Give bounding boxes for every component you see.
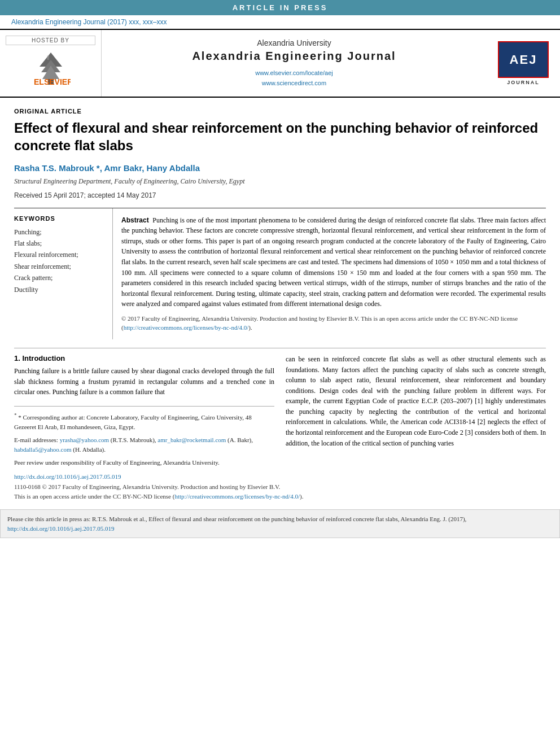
svg-text:ELSEVIER: ELSEVIER <box>34 77 71 86</box>
header-left: HOSTED BY ELSEVIER <box>0 30 102 97</box>
header-section: HOSTED BY ELSEVIER Alexandria University… <box>0 29 560 98</box>
abstract-body: Punching is one of the most important ph… <box>121 216 546 308</box>
keyword-item: Ductility <box>14 284 107 295</box>
abstract-copyright-link[interactable]: http://creativecommons.org/licenses/by-n… <box>124 324 249 331</box>
keyword-item: Flat slabs; <box>14 238 107 249</box>
journal-link-bar: Alexandria Engineering Journal (2017) xx… <box>0 15 560 29</box>
email2-name: (A. Bakr), <box>228 436 253 443</box>
email1-link[interactable]: yrasha@yahoo.com <box>60 436 109 443</box>
citation-link[interactable]: http://dx.doi.org/10.1016/j.aej.2017.05.… <box>7 525 115 532</box>
header-right: AEJ JOURNAL <box>487 30 560 97</box>
article-title: Effect of flexural and shear reinforceme… <box>14 119 546 154</box>
footnote-area: * * Corresponding author at: Concrete La… <box>14 406 274 468</box>
aej-letters: AEJ <box>510 53 537 67</box>
email3-link[interactable]: habdalla5@yahoo.com <box>14 446 71 453</box>
keyword-item: Shear reinforcement; <box>14 261 107 272</box>
copyright-line2: This is an open access article under the… <box>14 492 546 501</box>
received-line: Received 15 April 2017; accepted 14 May … <box>14 191 546 199</box>
email1-name: (R.T.S. Mabrouk), <box>111 436 156 443</box>
journal-title: Alexandria Engineering Journal <box>192 50 396 63</box>
hosted-by-label: HOSTED BY <box>6 36 95 45</box>
keyword-item: Crack pattern; <box>14 272 107 283</box>
keywords-list: Punching; Flat slabs; Flexural reinforce… <box>14 226 107 295</box>
doi-line: http://dx.doi.org/10.1016/j.aej.2017.05.… <box>14 473 546 480</box>
journal-url2[interactable]: www.sciencedirect.com <box>255 78 333 89</box>
copyright-bottom: 1110-0168 © 2017 Faculty of Engineering,… <box>14 482 546 501</box>
email3-name: (H. Abdalla). <box>73 446 106 453</box>
content-area: ORIGINAL ARTICLE Effect of flexural and … <box>0 98 560 509</box>
svg-rect-4 <box>47 55 49 60</box>
elsevier-logo: ELSEVIER <box>31 50 71 86</box>
elsevier-tree-icon: ELSEVIER <box>31 50 71 86</box>
abstract-keywords-section: KEYWORDS Punching; Flat slabs; Flexural … <box>14 208 546 339</box>
keyword-item: Flexural reinforcement; <box>14 249 107 260</box>
university-name: Alexandria University <box>257 38 331 47</box>
abstract-label: Abstract <box>121 216 149 224</box>
copyright-link[interactable]: http://creativecommons.org/licenses/by-n… <box>174 493 300 500</box>
abstract-text: Abstract Punching is one of the most imp… <box>121 215 546 309</box>
introduction-heading: 1. Introduction <box>14 354 274 362</box>
aej-logo: AEJ <box>498 41 549 78</box>
abstract-col: Abstract Punching is one of the most imp… <box>113 208 546 339</box>
body-col-left: 1. Introduction Punching failure is a br… <box>14 354 274 468</box>
footnote-email: E-mail addresses: yrasha@yahoo.com (R.T.… <box>14 435 274 455</box>
journal-link[interactable]: Alexandria Engineering Journal (2017) xx… <box>11 18 167 26</box>
footnote-corresponding: * * Corresponding author at: Concrete La… <box>14 411 274 433</box>
aej-journal-text: JOURNAL <box>498 80 549 85</box>
body-col-right: can be seen in reinforced concrete flat … <box>286 354 546 468</box>
citation-bar: Please cite this article in press as: R.… <box>0 509 560 538</box>
keyword-item: Punching; <box>14 226 107 238</box>
section-divider <box>14 348 546 348</box>
copyright-line1: 1110-0168 © 2017 Faculty of Engineering,… <box>14 482 546 492</box>
email2-link[interactable]: amr_bakr@rocketmail.com <box>158 436 226 443</box>
article-type-label: ORIGINAL ARTICLE <box>14 108 546 115</box>
abstract-copyright: © 2017 Faculty of Engineering, Alexandri… <box>121 314 546 333</box>
keywords-title: KEYWORDS <box>14 215 107 222</box>
affiliation: Structural Engineering Department, Facul… <box>14 177 546 186</box>
authors: Rasha T.S. Mabrouk *, Amr Bakr, Hany Abd… <box>14 163 546 173</box>
introduction-text-right: can be seen in reinforced concrete flat … <box>286 354 546 448</box>
journal-urls: www.elsevier.com/locate/aej www.scienced… <box>255 68 333 88</box>
journal-url1[interactable]: www.elsevier.com/locate/aej <box>255 68 333 78</box>
footnote-peer-review: Peer review under responsibility of Facu… <box>14 458 274 468</box>
body-columns: 1. Introduction Punching failure is a br… <box>14 354 546 468</box>
doi-link[interactable]: http://dx.doi.org/10.1016/j.aej.2017.05.… <box>14 473 121 480</box>
header-center: Alexandria University Alexandria Enginee… <box>102 30 487 97</box>
introduction-text-left: Punching failure is a brittle failure ca… <box>14 366 274 397</box>
article-in-press-banner: ARTICLE IN PRESS <box>0 0 560 15</box>
keywords-col: KEYWORDS Punching; Flat slabs; Flexural … <box>14 208 113 339</box>
